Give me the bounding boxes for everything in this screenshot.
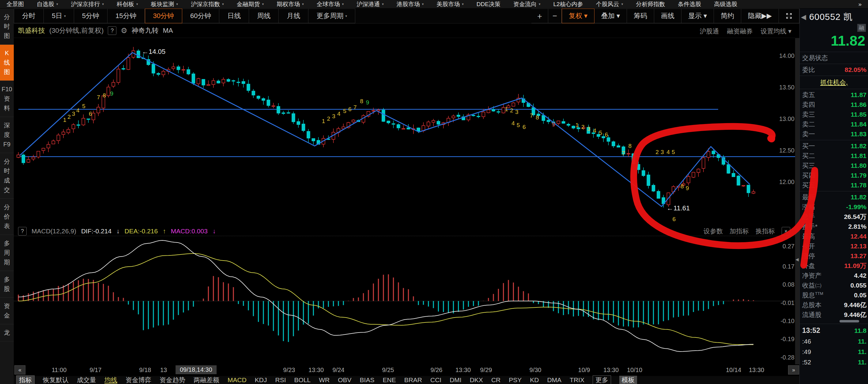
fullscreen-button[interactable] xyxy=(779,8,799,23)
indicator-tab-KDJ[interactable]: KDJ xyxy=(255,376,267,384)
sidebar-item-多股[interactable]: 多股 xyxy=(0,271,14,298)
menu-more-button[interactable]: » xyxy=(852,1,868,8)
sidebar-item-分价表[interactable]: 分价表 xyxy=(0,199,14,235)
period-button-5日[interactable]: 5日▾ xyxy=(44,8,74,23)
macd-tool-2[interactable]: 加指标 xyxy=(730,227,749,235)
period-button-60分钟[interactable]: 60分钟 xyxy=(182,8,219,23)
menu-item-15[interactable]: L2核心内参 xyxy=(547,0,590,8)
sidebar-item-深度F9[interactable]: 深度F9 xyxy=(0,117,14,153)
menu-item-11[interactable]: 港股市场▾ xyxy=(390,0,430,8)
tool-button-筹码[interactable]: 筹码 xyxy=(627,8,654,23)
stat-rows: 最新11.82涨幅-1.99%总手26.54万换手*2.81%最高12.44今开… xyxy=(800,192,868,320)
period-button-日线[interactable]: 日线 xyxy=(219,8,249,23)
indicator-tab-BIAS[interactable]: BIAS xyxy=(360,376,375,384)
indicator-tab-CR[interactable]: CR xyxy=(491,376,500,384)
indicator-tab-DMA[interactable]: DMA xyxy=(547,376,561,384)
menu-item-17[interactable]: 分析师指数 xyxy=(629,0,671,8)
period-button-分时[interactable]: 分时 xyxy=(14,8,44,23)
tool-button-＋[interactable]: ＋ xyxy=(531,8,548,23)
indicator-tab-均线[interactable]: 均线 xyxy=(104,376,117,384)
scroll-left-button[interactable]: « xyxy=(14,365,25,375)
indicator-tab-ENE[interactable]: ENE xyxy=(382,376,396,384)
menu-item-18[interactable]: 条件选股 xyxy=(671,0,708,8)
sidebar-item-K线图[interactable]: K线图 xyxy=(0,45,14,81)
magic-nine-label[interactable]: 神奇九转 xyxy=(132,26,159,35)
corner-link-3[interactable]: 设置均线 ▾ xyxy=(761,27,792,35)
indicator-tab-WR[interactable]: WR xyxy=(319,376,330,384)
indicator-tab-RSI[interactable]: RSI xyxy=(275,376,286,384)
menu-item-1[interactable]: 全景图 xyxy=(0,0,30,8)
period-button-15分钟[interactable]: 15分钟 xyxy=(107,8,145,23)
macd-tool-3[interactable]: 换指标 xyxy=(755,227,775,235)
period-button-30分钟[interactable]: 30分钟 xyxy=(145,8,182,23)
macd-tool-1[interactable]: 设参数 xyxy=(704,227,723,235)
opportunity-link[interactable]: 抓住机会, xyxy=(800,77,868,88)
tool-button-−[interactable]: − xyxy=(548,8,562,23)
menu-item-14[interactable]: 资金流向▾ xyxy=(507,0,547,8)
macd-panel[interactable] xyxy=(14,236,795,365)
close-indicator-icon[interactable]: × xyxy=(782,227,790,235)
tool-button-画线[interactable]: 画线 xyxy=(654,8,681,23)
indicator-tab-恢复默认[interactable]: 恢复默认 xyxy=(43,376,69,384)
menu-item-5[interactable]: 板块监测▾ xyxy=(145,0,185,8)
menu-item-2[interactable]: 自选股▾ xyxy=(30,0,65,8)
menu-item-16[interactable]: 个股风云▾ xyxy=(590,0,630,8)
help-icon[interactable]: ? xyxy=(108,26,116,35)
sidebar-item-龙[interactable]: 龙 xyxy=(0,324,14,342)
tool-button-隐藏▶▶[interactable]: 隐藏▶▶ xyxy=(741,8,779,23)
menu-item-12[interactable]: 美股市场▾ xyxy=(430,0,470,8)
tool-button-显示[interactable]: 显示▾ xyxy=(681,8,714,23)
indicator-tab-BOLL[interactable]: BOLL xyxy=(294,376,311,384)
corner-link-2[interactable]: 融资融券 xyxy=(727,27,753,35)
sidebar-item-分时图[interactable]: 分时图 xyxy=(0,8,14,45)
menu-item-4[interactable]: 科创板▾ xyxy=(110,0,145,8)
kline-chart-area[interactable]: 1234567891234567891234567891234567823456… xyxy=(14,38,795,227)
panel-splitter[interactable]: ◀ xyxy=(795,38,799,364)
tool-button-简约[interactable]: 简约 xyxy=(714,8,741,23)
scroll-right-button[interactable]: » xyxy=(788,365,799,375)
indicator-tab-两融差额[interactable]: 两融差额 xyxy=(193,376,219,384)
indicator-tab-CCI[interactable]: CCI xyxy=(430,376,441,384)
indicator-tab-KD[interactable]: KD xyxy=(530,376,539,384)
indicator-tab-资金趋势[interactable]: 资金趋势 xyxy=(160,376,185,384)
indicator-tab-资金博弈[interactable]: 资金博弈 xyxy=(126,376,151,384)
period-button-月线[interactable]: 月线 xyxy=(279,8,308,23)
chevron-down-icon: ▾ xyxy=(136,2,138,6)
ma-label[interactable]: MA xyxy=(163,27,173,35)
menu-item-3[interactable]: 沪深京排行▾ xyxy=(65,0,111,8)
indicator-tab-模板[interactable]: 模板 xyxy=(619,376,637,384)
indicator-tab-OBV[interactable]: OBV xyxy=(338,376,351,384)
menu-item-label: 沪深京指数 xyxy=(191,0,220,8)
tool-button-叠加[interactable]: 叠加▾ xyxy=(594,8,627,23)
indicator-tab-MACD[interactable]: MACD xyxy=(227,376,247,384)
sidebar-item-多周期[interactable]: 多周期 xyxy=(0,235,14,271)
indicator-tab-DMI[interactable]: DMI xyxy=(450,376,462,384)
menu-item-9[interactable]: 全球市场▾ xyxy=(310,0,350,8)
help-icon[interactable]: ? xyxy=(18,227,27,235)
indicator-tab-指标[interactable]: 指标 xyxy=(16,376,35,384)
indicator-tab-成交量[interactable]: 成交量 xyxy=(77,376,96,384)
menu-item-8[interactable]: 期权市场▾ xyxy=(270,0,310,8)
corner-link-1[interactable]: 沪股通 xyxy=(700,27,719,35)
tool-button-复权[interactable]: 复权▾ xyxy=(562,8,594,23)
gear-icon[interactable]: ⚙ xyxy=(121,26,127,35)
menu-item-6[interactable]: 沪深京指数▾ xyxy=(184,0,230,8)
period-button-周线[interactable]: 周线 xyxy=(249,8,279,23)
panel-slider[interactable] xyxy=(800,320,868,323)
menu-item-10[interactable]: 沪深港通▾ xyxy=(350,0,390,8)
sidebar-item-资金[interactable]: 资金 xyxy=(0,298,14,324)
stat-row: 总手26.54万 xyxy=(800,212,868,222)
sidebar-item-分时成交[interactable]: 分时成交 xyxy=(0,153,14,199)
period-button-5分钟[interactable]: 5分钟 xyxy=(74,8,107,23)
indicator-tab-TRIX[interactable]: TRIX xyxy=(570,376,584,384)
indicator-tab-更多[interactable]: 更多 xyxy=(593,376,611,384)
menu-item-7[interactable]: 金融期货▾ xyxy=(230,0,271,8)
indicator-tab-PSY[interactable]: PSY xyxy=(509,376,522,384)
menu-item-13[interactable]: DDE决策 xyxy=(470,0,507,8)
indicator-tab-BRAR[interactable]: BRAR xyxy=(404,376,422,384)
menu-item-19[interactable]: 高级选股 xyxy=(708,0,744,8)
sidebar-item-F10资料[interactable]: F10资料 xyxy=(0,81,14,117)
indicator-tab-DKX[interactable]: DKX xyxy=(470,376,483,384)
collapse-panel-icon[interactable]: ◀ xyxy=(801,13,806,21)
period-button-更多周期[interactable]: 更多周期▾ xyxy=(308,8,355,23)
